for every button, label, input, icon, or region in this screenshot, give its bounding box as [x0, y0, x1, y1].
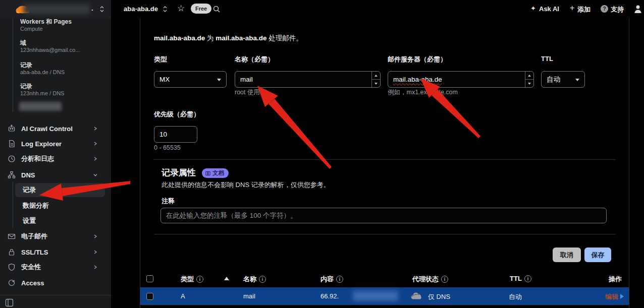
col-ttl[interactable]: TTLi: [510, 275, 531, 282]
history-item-domain[interactable]: 域: [20, 39, 26, 47]
info-icon[interactable]: i: [524, 275, 531, 282]
history-item-domain-sub: 123nhhawa@gmail.co...: [20, 47, 80, 53]
dns-only-cloud-icon[interactable]: [410, 292, 423, 300]
history-item-records-1[interactable]: 记录: [20, 61, 32, 70]
row-checkbox[interactable]: [146, 293, 153, 300]
envelope-icon: [8, 232, 16, 240]
comment-label: 注释: [162, 197, 175, 206]
topbar-account-area: .: [0, 0, 111, 18]
document-icon: [8, 140, 16, 148]
account-switcher-icon[interactable]: [99, 5, 105, 13]
cancel-button[interactable]: 取消: [553, 248, 581, 262]
sidebar-item-log-explorer[interactable]: Log Explorer: [0, 136, 111, 151]
mail-server-input[interactable]: mail.aba-aba.de: [388, 71, 534, 88]
sidebar-item-access[interactable]: Access: [0, 275, 111, 290]
comment-input[interactable]: 在此处输入您的注释（最多 100 个字符）。: [160, 208, 607, 223]
history-item-records-2[interactable]: 记录: [20, 82, 32, 91]
mail-server-input-value: mail.aba-aba.de: [393, 76, 442, 83]
info-icon[interactable]: i: [196, 276, 203, 283]
record-attributes-title: 记录属性: [162, 167, 196, 178]
col-proxy-status[interactable]: 代理状态i: [412, 275, 448, 284]
chevron-down-icon: [575, 79, 579, 81]
sidebar-item-dns-records[interactable]: 记录: [15, 183, 105, 197]
content-left-border: [140, 18, 140, 308]
edit-caret-icon: [620, 294, 624, 299]
name-input-value: mail: [240, 76, 253, 83]
zone-name[interactable]: aba-aba.de: [124, 5, 158, 13]
chevron-right-icon: [93, 250, 98, 255]
collapse-sidebar-icon[interactable]: [5, 298, 14, 307]
mail-server-helper-text: 例如，mx1.example.com: [388, 88, 458, 97]
docs-badge[interactable]: 文档: [202, 168, 229, 178]
support-button[interactable]: 支持: [611, 5, 624, 14]
save-button[interactable]: 保存: [584, 248, 611, 262]
info-icon[interactable]: i: [336, 276, 343, 283]
chevron-right-icon: [93, 126, 98, 131]
section-divider: [154, 234, 616, 234]
row-type: A: [181, 292, 185, 300]
select-all-checkbox[interactable]: [146, 275, 153, 282]
step-up-icon: [374, 75, 378, 77]
user-avatar-icon[interactable]: [634, 5, 642, 14]
sidebar-item-email[interactable]: 电子邮件: [0, 229, 111, 244]
record-attributes-desc: 此处提供的信息不会影响 DNS 记录的解析，仅供您参考。: [162, 180, 330, 190]
sidebar-item-ai-crawl-control[interactable]: AI Crawl Control: [0, 121, 111, 136]
col-type[interactable]: 类型i: [181, 275, 203, 284]
favorite-star-icon[interactable]: ☆: [177, 3, 185, 14]
access-icon: [8, 279, 16, 287]
step-up-icon: [528, 75, 531, 77]
type-select[interactable]: MX: [154, 71, 227, 88]
stepper-control[interactable]: [371, 72, 380, 87]
zone-switcher-icon[interactable]: [162, 5, 168, 13]
ask-ai-button[interactable]: Ask AI: [539, 5, 559, 13]
sidebar-item-security[interactable]: 安全性: [0, 260, 111, 275]
cloudflare-dns-page: Workers 和 Pages Compute 域 123nhhawa@gmai…: [0, 0, 644, 308]
topbar: . aba-aba.de ☆ Free ✦ Ask AI + 添加 ? 支持: [0, 0, 644, 18]
sort-ascending-icon[interactable]: [224, 277, 229, 280]
sidebar-item-label: 安全性: [21, 263, 41, 272]
mail-server-label: 邮件服务器（必需）: [388, 55, 447, 64]
network-hierarchy-icon: [8, 171, 16, 179]
row-ttl: 自动: [509, 292, 522, 301]
sidebar-item-label: AI Crawl Control: [21, 125, 73, 133]
chevron-down-icon: [217, 79, 221, 81]
col-name[interactable]: 名称i: [243, 275, 266, 284]
sidebar-item-label: Log Explorer: [21, 140, 62, 148]
edit-record-link[interactable]: 编辑: [605, 292, 618, 301]
sidebar-subitem-label: 设置: [23, 216, 36, 225]
sidebar-item-dns-settings[interactable]: 设置: [15, 214, 105, 228]
robot-icon: [8, 125, 16, 133]
section-divider: [154, 159, 616, 160]
sidebar-item-dns-analytics[interactable]: 数据分析: [15, 199, 105, 213]
sidebar-item-ssl-tls[interactable]: SSL/TLS: [0, 244, 111, 260]
stepper-control[interactable]: [525, 72, 533, 87]
type-label: 类型: [154, 55, 167, 64]
content-right-border: [629, 18, 629, 308]
priority-helper-text: 0 - 65535: [154, 144, 181, 151]
chevron-right-icon: [93, 156, 98, 161]
row-name: mail: [243, 292, 255, 300]
sidebar-subitem-label: 数据分析: [23, 201, 49, 210]
priority-input[interactable]: 10: [154, 126, 197, 143]
type-select-value: MX: [159, 76, 170, 83]
sidebar-item-analytics-logs[interactable]: 分析和日志: [0, 151, 111, 166]
row-proxy-status: 仅 DNS: [428, 292, 450, 301]
comment-placeholder: 在此处输入您的注释（最多 100 个字符）。: [166, 211, 297, 220]
info-icon[interactable]: i: [259, 276, 266, 283]
history-item-workers[interactable]: Workers 和 Pages: [20, 18, 72, 26]
col-content[interactable]: 内容i: [320, 275, 343, 284]
add-button[interactable]: 添加: [577, 5, 591, 14]
account-name-redacted[interactable]: [23, 4, 90, 14]
sidebar-item-label: 电子邮件: [21, 232, 47, 241]
info-icon[interactable]: i: [441, 276, 448, 283]
help-icon: ?: [601, 5, 608, 13]
search-icon[interactable]: [212, 5, 221, 13]
row-content: 66.92.: [320, 292, 339, 300]
chevron-down-icon: [93, 172, 98, 177]
name-input[interactable]: mail: [235, 71, 381, 88]
ttl-select[interactable]: 自动: [541, 71, 585, 88]
sidebar-item-dns[interactable]: DNS: [0, 167, 111, 182]
ttl-select-value: 自动: [547, 75, 560, 84]
sidebar-item-label: DNS: [21, 171, 35, 179]
book-icon: [205, 171, 210, 176]
